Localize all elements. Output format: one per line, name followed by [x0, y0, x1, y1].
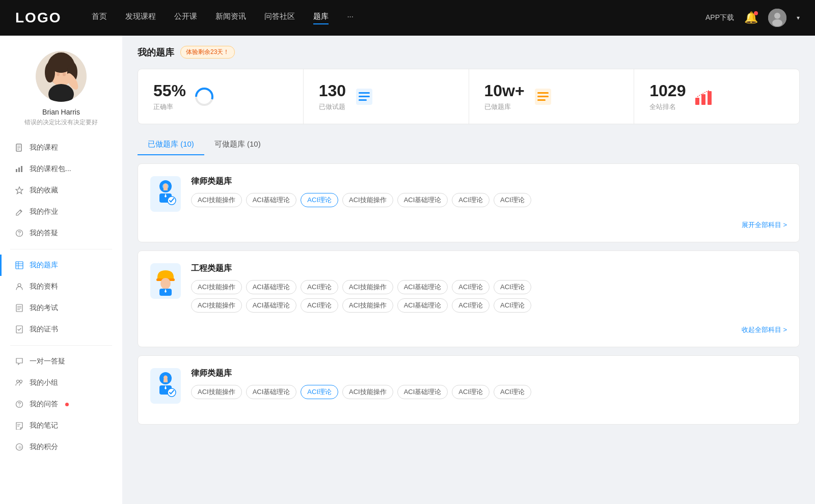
layout: Brian Harris 错误的决定比没有决定要好 我的课程 我的课程包... [0, 36, 815, 504]
tag[interactable]: ACI理论 [452, 280, 490, 294]
user-motto: 错误的决定比没有决定要好 [24, 118, 98, 127]
tab-done[interactable]: 已做题库 (10) [138, 134, 204, 155]
qbank-tags-lawyer-2: ACI技能操作 ACI基础理论 ACI理论 ACI技能操作 ACI基础理论 AC… [191, 385, 531, 399]
stats-row: 55% 正确率 130 已做试题 [138, 69, 800, 124]
sidebar-item-1on1[interactable]: 一对一答疑 [0, 351, 122, 372]
tag[interactable]: ACI基础理论 [246, 298, 297, 313]
expand-link-1[interactable]: 展开全部科目 > [742, 221, 787, 229]
tag-active[interactable]: ACI理论 [301, 385, 338, 399]
sidebar-item-my-qa[interactable]: 我的问答 [0, 394, 122, 415]
tab-available[interactable]: 可做题库 (10) [204, 134, 271, 155]
tag[interactable]: ACI技能操作 [191, 298, 242, 313]
qbank-card-engineer: 工程类题库 ACI技能操作 ACI基础理论 ACI理论 ACI技能操作 ACI基… [138, 250, 800, 347]
svg-point-2 [772, 19, 782, 26]
file-text-icon [15, 304, 23, 312]
collapse-link[interactable]: 收起全部科目 > [742, 326, 787, 333]
svg-point-35 [20, 380, 22, 383]
sidebar-item-qa[interactable]: 我的答疑 [0, 222, 122, 244]
nav-link-opencourse[interactable]: 公开课 [174, 12, 197, 24]
username: Brian Harris [42, 108, 80, 116]
svg-text:分: 分 [18, 445, 22, 449]
sidebar: Brian Harris 错误的决定比没有决定要好 我的课程 我的课程包... [0, 36, 122, 504]
nav-link-news[interactable]: 新闻资讯 [215, 12, 246, 24]
app-download[interactable]: APP下载 [705, 13, 734, 22]
table-icon [15, 261, 23, 269]
message-icon [15, 357, 23, 366]
nav-link-more[interactable]: ··· [347, 12, 354, 24]
profile-avatar [36, 51, 87, 102]
divider-1 [10, 249, 112, 249]
tag[interactable]: ACI理论 [301, 298, 338, 313]
lawyer-icon-1 [150, 176, 181, 212]
tag[interactable]: ACI理论 [452, 298, 490, 313]
main-content: 我的题库 体验剩余23天！ 55% 正确率 130 [122, 36, 815, 504]
engineer-icon [150, 263, 181, 299]
svg-point-1 [774, 13, 780, 19]
tag[interactable]: ACI理论 [494, 193, 531, 207]
sidebar-item-certificate[interactable]: 我的证书 [0, 319, 122, 340]
tag[interactable]: ACI基础理论 [397, 385, 448, 399]
svg-rect-52 [695, 98, 699, 105]
sidebar-item-notes[interactable]: 我的笔记 [0, 415, 122, 436]
nav-link-qbank[interactable]: 题库 [313, 12, 329, 24]
star-icon [15, 186, 23, 194]
tag[interactable]: ACI技能操作 [191, 193, 242, 207]
tag[interactable]: ACI技能操作 [191, 280, 242, 294]
svg-rect-24 [16, 262, 23, 269]
user-menu-chevron[interactable]: ▾ [797, 14, 800, 21]
sidebar-item-courses[interactable]: 我的课程 [0, 137, 122, 158]
stat-done-value: 130 [319, 81, 346, 100]
svg-rect-18 [16, 169, 17, 172]
divider-2 [10, 345, 112, 346]
tag[interactable]: ACI基础理论 [397, 280, 448, 294]
tag[interactable]: ACI基础理论 [246, 280, 297, 294]
tag[interactable]: ACI理论 [494, 385, 531, 399]
pie-icon [194, 87, 214, 107]
tag-active[interactable]: ACI理论 [301, 193, 338, 207]
stat-done-label: 已做试题 [319, 102, 346, 111]
engineer-tags-row1: ACI技能操作 ACI基础理论 ACI理论 ACI技能操作 ACI基础理论 AC… [191, 280, 531, 294]
stat-done-banks: 10w+ 已做题库 [469, 69, 635, 124]
tag[interactable]: ACI基础理论 [246, 193, 297, 207]
qbank-title-engineer: 工程类题库 [191, 263, 531, 274]
sidebar-item-profile[interactable]: 我的资料 [0, 276, 122, 297]
stat-ranking: 1029 全站排名 [634, 69, 799, 124]
nav-link-discover[interactable]: 发现课程 [125, 12, 156, 24]
ranking-icon [694, 87, 714, 107]
svg-rect-19 [18, 167, 20, 172]
svg-point-23 [19, 235, 20, 236]
sidebar-item-qbank[interactable]: 我的题库 [0, 255, 122, 276]
tag[interactable]: ACI理论 [301, 280, 338, 294]
nav-link-home[interactable]: 首页 [92, 12, 107, 24]
svg-point-34 [17, 380, 19, 383]
sidebar-item-course-package[interactable]: 我的课程包... [0, 158, 122, 180]
nav-link-qa[interactable]: 问答社区 [264, 12, 295, 24]
tag[interactable]: ACI理论 [452, 385, 490, 399]
sidebar-item-exam[interactable]: 我的考试 [0, 297, 122, 319]
question-circle-icon [15, 229, 23, 237]
sidebar-item-group[interactable]: 我的小组 [0, 372, 122, 394]
notification-bell[interactable]: 🔔 [744, 11, 758, 24]
tag[interactable]: ACI理论 [494, 298, 531, 313]
tag[interactable]: ACI基础理论 [397, 298, 448, 313]
tag[interactable]: ACI技能操作 [342, 280, 393, 294]
svg-rect-50 [537, 96, 549, 97]
avatar[interactable] [768, 9, 786, 27]
sidebar-item-points[interactable]: 分 我的积分 [0, 436, 122, 458]
tag[interactable]: ACI技能操作 [342, 298, 393, 313]
tag[interactable]: ACI基础理论 [397, 193, 448, 207]
trial-badge: 体验剩余23天！ [180, 46, 235, 59]
note-icon [15, 422, 23, 430]
tag[interactable]: ACI理论 [494, 280, 531, 294]
sidebar-item-favorites[interactable]: 我的收藏 [0, 180, 122, 201]
tag[interactable]: ACI理论 [452, 193, 490, 207]
svg-marker-21 [16, 187, 23, 194]
tag[interactable]: ACI技能操作 [342, 193, 393, 207]
sidebar-item-homework[interactable]: 我的作业 [0, 201, 122, 222]
tag[interactable]: ACI技能操作 [191, 385, 242, 399]
lawyer-icon-2 [150, 368, 181, 404]
tag[interactable]: ACI基础理论 [246, 385, 297, 399]
logo: LOGO [15, 10, 61, 26]
tag[interactable]: ACI技能操作 [342, 385, 393, 399]
points-icon: 分 [15, 443, 23, 451]
